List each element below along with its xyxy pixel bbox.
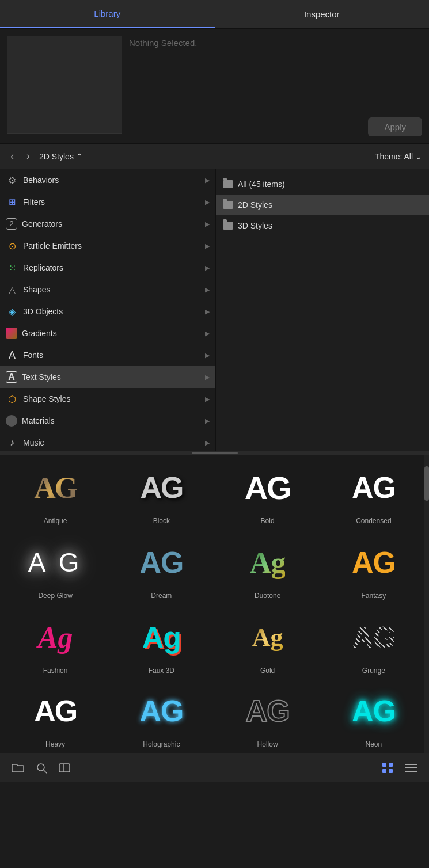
grid-scrollbar[interactable]	[424, 455, 429, 753]
text-styles-label: Text Styles	[22, 372, 200, 382]
grid-item-heavy[interactable]: AG Heavy	[2, 679, 108, 753]
sidebar-item-3d-objects[interactable]: ◈ 3D Objects ▶	[0, 300, 215, 322]
nav-back-button[interactable]: ‹	[7, 149, 17, 163]
grid-item-fashion[interactable]: Ag Fashion	[2, 604, 108, 679]
sidebar-item-filters[interactable]: ⊞ Filters ▶	[0, 191, 215, 213]
sidebar-item-music[interactable]: ♪ Music ▶	[0, 432, 215, 451]
gold-text: Ag	[252, 623, 283, 652]
grid-item-antique[interactable]: AG Antique	[2, 455, 108, 530]
fonts-label: Fonts	[23, 351, 200, 360]
grid-item-fantasy[interactable]: AG Fantasy	[321, 530, 427, 604]
materials-icon	[6, 415, 17, 427]
right-item-all[interactable]: All (45 items)	[216, 174, 429, 195]
tab-inspector[interactable]: Inspector	[215, 0, 430, 28]
grunge-label: Grunge	[362, 667, 385, 675]
grid-wrapper: AG Antique AG Block AG Bold AG Co	[0, 455, 429, 753]
3d-objects-chevron: ▶	[205, 308, 210, 315]
svg-line-1	[44, 770, 47, 773]
style-selector[interactable]: 2D Styles ⌃	[39, 152, 83, 161]
sidebar-item-behaviors[interactable]: ⚙ Behaviors ▶	[0, 169, 215, 191]
hollow-label: Hollow	[257, 740, 278, 748]
sidebar-item-materials[interactable]: Materials ▶	[0, 410, 215, 432]
sidebar-item-text-styles[interactable]: A Text Styles ▶	[0, 366, 215, 388]
split-panel: ⚙ Behaviors ▶ ⊞ Filters ▶ 2 Generators ▶…	[0, 169, 429, 451]
grid-item-dream[interactable]: AG Dream	[108, 530, 214, 604]
grid-view-button[interactable]	[382, 762, 393, 774]
grid-row-2: A G Deep Glow AG Dream Ag Duotone AG	[2, 530, 427, 604]
sidebar-item-generators[interactable]: 2 Generators ▶	[0, 213, 215, 235]
grid-item-holographic[interactable]: AG Holographic	[108, 679, 214, 753]
folder-2d-icon	[223, 201, 233, 209]
deep-glow-preview: A G	[12, 536, 98, 588]
heavy-label: Heavy	[45, 740, 65, 748]
fantasy-label: Fantasy	[362, 592, 386, 600]
faux-3d-preview: Ag	[118, 611, 204, 663]
sidebar-item-gradients[interactable]: Gradients ▶	[0, 322, 215, 344]
hamburger-icon	[405, 763, 417, 772]
sidebar-item-shapes[interactable]: △ Shapes ▶	[0, 279, 215, 300]
folder-all-icon	[223, 180, 233, 188]
preview-area: Nothing Selected. Apply	[0, 29, 429, 144]
svg-point-0	[37, 764, 44, 771]
hollow-preview: AG	[225, 685, 311, 737]
right-item-3d-styles[interactable]: 3D Styles	[216, 215, 429, 236]
grunge-text: AG	[352, 620, 396, 654]
fashion-preview: Ag	[12, 611, 98, 663]
preview-thumbnail	[7, 36, 122, 134]
apply-button[interactable]: Apply	[368, 117, 422, 136]
faux-3d-text: Ag	[142, 620, 181, 654]
grid-item-neon[interactable]: AG Neon	[321, 679, 427, 753]
nav-forward-button[interactable]: ›	[23, 149, 33, 163]
sidebar-item-particle-emitters[interactable]: ⊙ Particle Emitters ▶	[0, 235, 215, 257]
grid-item-faux-3d[interactable]: Ag Faux 3D	[108, 604, 214, 679]
neon-preview: AG	[331, 685, 417, 737]
grunge-preview: AG	[331, 611, 417, 663]
preview-info: Nothing Selected. Apply	[129, 36, 422, 136]
theme-selector-label: Theme: All	[375, 152, 413, 161]
bold-text: AG	[245, 469, 291, 507]
open-folder-button[interactable]	[12, 763, 24, 773]
shape-styles-chevron: ▶	[205, 395, 210, 403]
grid-item-grunge[interactable]: AG Grunge	[321, 604, 427, 679]
behaviors-icon: ⚙	[6, 174, 18, 186]
3d-objects-label: 3D Objects	[23, 307, 200, 316]
search-button[interactable]	[36, 762, 47, 774]
heavy-preview: AG	[12, 685, 98, 737]
grid-scrollbar-thumb[interactable]	[424, 466, 429, 501]
sidebar-item-shape-styles[interactable]: ⬡ Shape Styles ▶	[0, 388, 215, 410]
dream-text: AG	[139, 545, 183, 580]
grid-item-deep-glow[interactable]: A G Deep Glow	[2, 530, 108, 604]
panel-icon	[59, 763, 70, 772]
svg-rect-4	[382, 763, 386, 767]
materials-label: Materials	[22, 416, 200, 425]
right-item-2d-label: 2D Styles	[238, 200, 272, 210]
right-item-3d-label: 3D Styles	[238, 221, 272, 230]
sidebar-item-fonts[interactable]: A Fonts ▶	[0, 344, 215, 366]
neon-label: Neon	[366, 740, 382, 748]
grid-item-bold[interactable]: AG Bold	[215, 455, 321, 530]
right-item-2d-styles[interactable]: 2D Styles	[216, 195, 429, 215]
folder-open-icon	[12, 763, 24, 773]
left-panel: ⚙ Behaviors ▶ ⊞ Filters ▶ 2 Generators ▶…	[0, 169, 216, 451]
gradients-chevron: ▶	[205, 330, 210, 337]
grid-row-3: Ag Fashion Ag Faux 3D Ag Gold AG	[2, 604, 427, 679]
grid-item-duotone[interactable]: Ag Duotone	[215, 530, 321, 604]
grid-row-4: AG Heavy AG Holographic AG Hollow AG	[2, 679, 427, 753]
behaviors-chevron: ▶	[205, 177, 210, 184]
right-item-all-label: All (45 items)	[238, 180, 285, 189]
grid-item-gold[interactable]: Ag Gold	[215, 604, 321, 679]
block-preview: AG	[118, 462, 204, 513]
menu-button[interactable]	[405, 763, 417, 772]
text-styles-grid: AG Antique AG Block AG Bold AG Co	[0, 455, 429, 753]
tab-library[interactable]: Library	[0, 0, 215, 28]
grid-item-hollow[interactable]: AG Hollow	[215, 679, 321, 753]
neon-text: AG	[352, 694, 396, 728]
deep-glow-text: A G	[28, 547, 83, 578]
grid-item-condensed[interactable]: AG Condensed	[321, 455, 427, 530]
bold-label: Bold	[261, 517, 275, 525]
grid-item-block[interactable]: AG Block	[108, 455, 214, 530]
sidebar-item-replicators[interactable]: ⁙ Replicators ▶	[0, 257, 215, 279]
theme-selector[interactable]: Theme: All ⌄	[375, 152, 422, 161]
panel-button[interactable]	[59, 763, 70, 772]
replicators-icon: ⁙	[6, 261, 18, 274]
